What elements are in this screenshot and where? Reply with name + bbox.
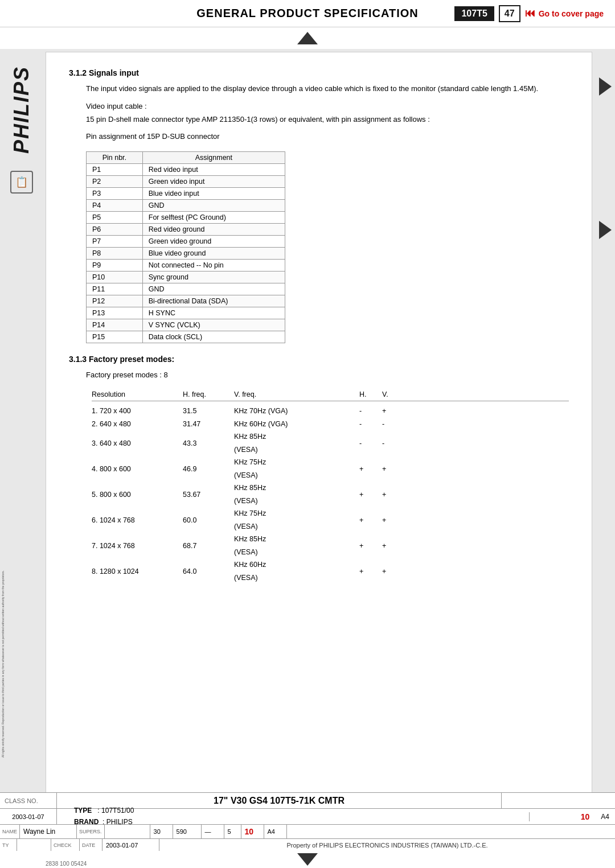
footer-supers-value: [105, 825, 150, 838]
table-row: P11GND: [87, 283, 285, 295]
table-row: P2Green video input: [87, 176, 285, 188]
list-item: 1. 720 x 400 31.5 KHz 70Hz (VGA) - +: [92, 405, 569, 418]
arrow-up-icon[interactable]: [297, 32, 318, 44]
mode-v: -: [382, 418, 405, 431]
footer-supers-label: SUPERS.: [77, 825, 105, 838]
pin-number-cell: P3: [87, 188, 143, 200]
pin-number-cell: P13: [87, 307, 143, 319]
mode-h: +: [359, 540, 382, 553]
mode-hfreq: 53.67: [183, 488, 234, 501]
mode-v: +: [382, 565, 405, 578]
pin-assignment-cell: Sync ground: [142, 271, 285, 283]
table-row: P10Sync ground: [87, 271, 285, 283]
table-row: P6Red video ground: [87, 224, 285, 236]
footer-num2-cell: 590: [173, 825, 202, 838]
table-row: P15Data clock (SCL): [87, 331, 285, 343]
table-row: P9Not connected -- No pin: [87, 260, 285, 271]
section-313-heading: 3.1.3 Factory preset modes:: [69, 355, 569, 364]
footer-paper: A4: [601, 813, 609, 821]
preset-modes-container: Resolution H. freq. V. freq. H. V. 1. 72…: [92, 388, 569, 585]
pin-assignment-cell: Blue video input: [142, 188, 285, 200]
footer-row2: 2003-01-07 TYPE : 107T51/00 BRAND : PHIL…: [0, 809, 615, 825]
pin-number-cell: P11: [87, 283, 143, 295]
mode-h: +: [359, 514, 382, 527]
nav-arrow-right-icon[interactable]: [599, 77, 612, 96]
col-h: H.: [359, 388, 382, 401]
list-item: 7. 1024 x 768 68.7 KHz 85Hz (VESA) + +: [92, 533, 569, 558]
mode-v: +: [382, 405, 405, 418]
footer-name-label: NAME: [0, 825, 20, 838]
preset-rows: 1. 720 x 400 31.5 KHz 70Hz (VGA) - + 2. …: [92, 405, 569, 584]
arrow-down-icon[interactable]: [297, 853, 318, 866]
nav-arrow-right-down-icon[interactable]: [599, 221, 612, 239]
nav-arrow-up-container: [0, 27, 615, 49]
pin-number-cell: P6: [87, 224, 143, 236]
footer-doc-number: 2838 100 05424: [46, 861, 87, 867]
mode-hunit-vfreq: KHz 85Hz (VESA): [234, 482, 291, 507]
pin-table-header-assignment: Assignment: [142, 152, 285, 164]
mode-hfreq: 68.7: [183, 540, 234, 553]
section-312-para2: Video input cable :: [86, 101, 569, 113]
pin-assignment-cell: Green video ground: [142, 236, 285, 248]
mode-hfreq: 64.0: [183, 565, 234, 578]
footer-doc-title: 17" V30 GS4 107T5-71K CMTR: [57, 796, 501, 806]
pin-assignment-cell: Bi-directional Data (SDA): [142, 295, 285, 307]
mode-num-res: 1. 720 x 400: [92, 405, 183, 418]
pin-table-header-pin: Pin nbr.: [87, 152, 143, 164]
section-312-heading: 3.1.2 Signals input: [69, 68, 569, 77]
model-badge: 107T5: [454, 6, 494, 21]
pin-number-cell: P15: [87, 331, 143, 343]
pin-number-cell: P2: [87, 176, 143, 188]
mode-v: +: [382, 540, 405, 553]
col-resolution: Resolution: [92, 388, 183, 401]
pin-number-cell: P8: [87, 248, 143, 260]
sidebar-icon: 📋: [10, 171, 33, 194]
header-right: 107T5 47 ⏮ Go to cover page: [454, 5, 604, 22]
section-312-para1: The input video signals are applied to t…: [86, 83, 569, 95]
footer: CLASS NO. 17" V30 GS4 107T5-71K CMTR 200…: [0, 792, 615, 868]
mode-h: +: [359, 463, 382, 476]
mode-v: +: [382, 463, 405, 476]
table-row: P14V SYNC (VCLK): [87, 319, 285, 331]
mode-hunit-vfreq: KHz 85Hz (VESA): [234, 430, 291, 456]
pin-assignment-cell: Red video input: [142, 164, 285, 176]
footer-paper-cell: A4: [264, 825, 287, 838]
mode-hfreq: 31.47: [183, 418, 234, 431]
section-312-para4: Pin assignment of 15P D-SUB connector: [86, 131, 569, 143]
mode-num-res: 6. 1024 x 768: [92, 514, 183, 527]
pin-number-cell: P1: [87, 164, 143, 176]
pin-assignment-cell: V SYNC (VCLK): [142, 319, 285, 331]
mode-hfreq: 31.5: [183, 405, 234, 418]
footer-ty-label: TY: [0, 839, 17, 851]
table-row: P4GND: [87, 200, 285, 212]
pin-assignment-cell: Not connected -- No pin: [142, 260, 285, 271]
table-row: P5For selftest (PC Ground): [87, 212, 285, 224]
footer-date-label: DATE: [80, 839, 102, 851]
pin-assignment-table: Pin nbr. Assignment P1Red video inputP2G…: [86, 151, 285, 343]
pin-assignment-cell: Red video ground: [142, 224, 285, 236]
mode-h: +: [359, 488, 382, 501]
footer-type-value: : 107T51/00: [97, 807, 134, 814]
footer-numbers: 10 A4: [529, 812, 615, 821]
mode-v: +: [382, 488, 405, 501]
list-item: 3. 640 x 480 43.3 KHz 85Hz (VESA) - -: [92, 430, 569, 456]
footer-name-value: Wayne Lin: [20, 825, 77, 838]
mode-num-res: 7. 1024 x 768: [92, 540, 183, 553]
mode-hfreq: 60.0: [183, 514, 234, 527]
list-item: 8. 1280 x 1024 64.0 KHz 60Hz (VESA) + +: [92, 558, 569, 584]
pin-assignment-cell: GND: [142, 283, 285, 295]
goto-cover-button[interactable]: ⏮ Go to cover page: [525, 7, 604, 19]
pin-assignment-cell: For selftest (PC Ground): [142, 212, 285, 224]
header-bar: GENERAL PRODUCT SPECIFICATION 107T5 47 ⏮…: [0, 0, 615, 27]
footer-num4: 10: [581, 812, 590, 821]
pin-number-cell: P10: [87, 271, 143, 283]
mode-num-res: 5. 800 x 600: [92, 488, 183, 501]
footer-type-brand: TYPE : 107T51/00 BRAND : PHILIPS: [57, 805, 134, 827]
footer-num3-cell: 5: [224, 825, 241, 838]
col-v: V.: [382, 388, 405, 401]
mode-hfreq: 46.9: [183, 463, 234, 476]
list-item: 4. 800 x 600 46.9 KHz 75Hz (VESA) + +: [92, 456, 569, 482]
mode-num-res: 8. 1280 x 1024: [92, 565, 183, 578]
footer-num4-cell: 10: [241, 825, 264, 838]
col-vfreq: V. freq.: [234, 388, 291, 401]
